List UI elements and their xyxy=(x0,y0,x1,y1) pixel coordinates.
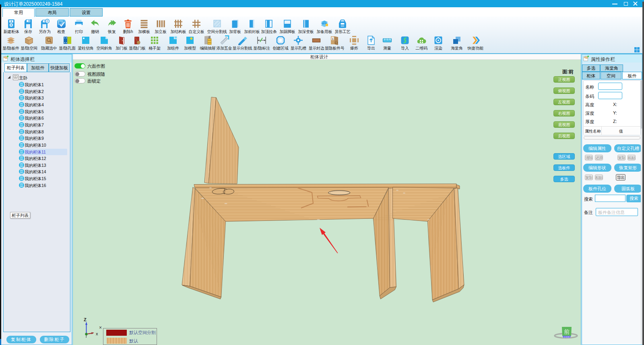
svg-text:1: 1 xyxy=(332,37,334,41)
svg-text:前视图: 前视图 xyxy=(564,336,570,339)
svg-text:前: 前 xyxy=(564,328,570,335)
svg-text:x: x xyxy=(96,331,98,336)
svg-text:10: 10 xyxy=(335,42,338,44)
svg-text:Z: Z xyxy=(84,317,87,322)
svg-text:×: × xyxy=(99,325,102,330)
